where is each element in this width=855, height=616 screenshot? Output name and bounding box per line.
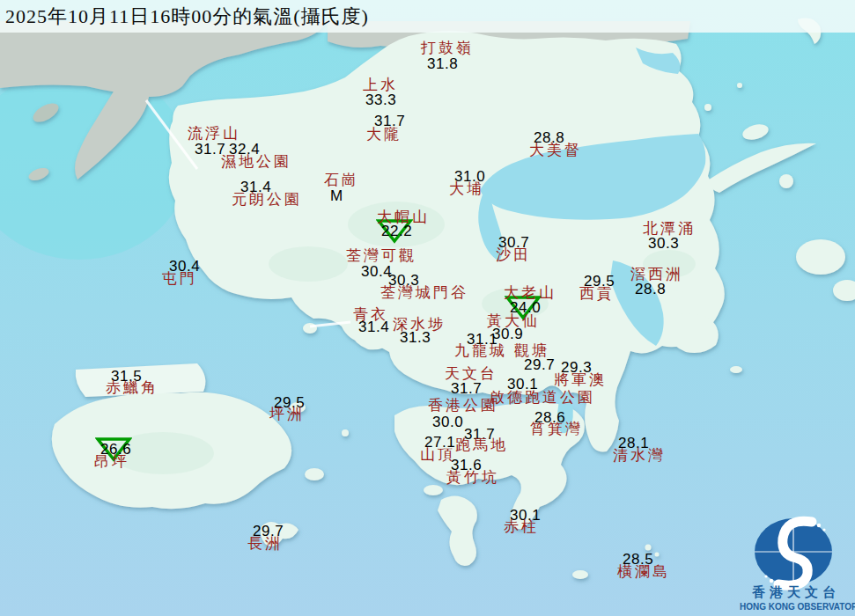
station-name: 大埔 bbox=[449, 181, 484, 196]
station-name: 濕地公園 bbox=[221, 154, 291, 169]
station-name: 橫瀾島 bbox=[617, 564, 670, 579]
station-name: 大老山 bbox=[504, 285, 556, 300]
station-name: 元朗公園 bbox=[232, 192, 302, 207]
station-name: 跑馬地 bbox=[455, 437, 508, 452]
station-name: 荃灣城門谷 bbox=[380, 285, 468, 300]
station-name: 筲箕灣 bbox=[530, 422, 583, 436]
station-name: 啟德跑道公園 bbox=[490, 390, 595, 405]
station-name: 大美督 bbox=[529, 143, 582, 158]
station-name: 石崗 bbox=[324, 172, 359, 187]
station-name: 西貢 bbox=[579, 286, 615, 301]
hko-logo-english-name: HONG KONG OBSERVATORY bbox=[740, 602, 854, 612]
station-name: 大隴 bbox=[366, 127, 402, 142]
station-value: 31.3 bbox=[400, 330, 431, 345]
station-name: 北潭涌 bbox=[643, 221, 696, 236]
station-name: 坪洲 bbox=[269, 407, 305, 422]
temperature-map: 2025年10月11日16時00分的氣溫(攝氏度) 打鼓嶺31.8上水33.33… bbox=[0, 0, 855, 616]
station-name: 昂坪 bbox=[94, 454, 129, 469]
station-name: 赤柱 bbox=[504, 519, 539, 534]
station-name: 天文台 bbox=[445, 366, 498, 381]
station-name: 將軍澳 bbox=[554, 372, 607, 387]
station-value: 30.4 bbox=[361, 264, 392, 279]
station-value: 28.8 bbox=[635, 282, 666, 297]
station-value: 22.2 bbox=[381, 224, 412, 238]
station-name: 長洲 bbox=[247, 536, 283, 551]
station-name: 荃灣可觀 bbox=[346, 248, 416, 263]
station-value: 29.7 bbox=[524, 357, 555, 372]
hko-logo-chinese-name: 香港天文台 bbox=[740, 584, 852, 601]
station-value: M bbox=[330, 188, 343, 203]
station-value: 30.3 bbox=[648, 236, 679, 251]
station-name: 流浮山 bbox=[188, 126, 240, 141]
station-name: 香港公園 bbox=[428, 398, 498, 413]
hong-kong-basemap bbox=[0, 0, 855, 616]
hko-logo: 香港天文台 HONG KONG OBSERVATORY bbox=[740, 509, 854, 616]
station-name: 清水灣 bbox=[613, 448, 666, 463]
station-name: 黃竹坑 bbox=[446, 470, 499, 485]
station-value: 31.8 bbox=[427, 56, 458, 71]
station-name: 九龍城 bbox=[454, 343, 507, 358]
station-name: 山頂 bbox=[420, 447, 455, 462]
station-name: 滘西洲 bbox=[630, 267, 683, 282]
station-value: 33.3 bbox=[365, 92, 396, 107]
station-name: 沙田 bbox=[496, 247, 531, 262]
station-value: 30.0 bbox=[432, 414, 463, 429]
station-name: 屯門 bbox=[162, 271, 197, 286]
station-name: 上水 bbox=[363, 77, 398, 92]
station-name: 打鼓嶺 bbox=[421, 40, 474, 55]
map-title: 2025年10月11日16時00分的氣溫(攝氏度) bbox=[5, 4, 369, 30]
station-value: 31.4 bbox=[358, 319, 389, 334]
station-name: 赤鱲角 bbox=[106, 380, 158, 395]
station-value: 31.7 bbox=[451, 381, 482, 396]
